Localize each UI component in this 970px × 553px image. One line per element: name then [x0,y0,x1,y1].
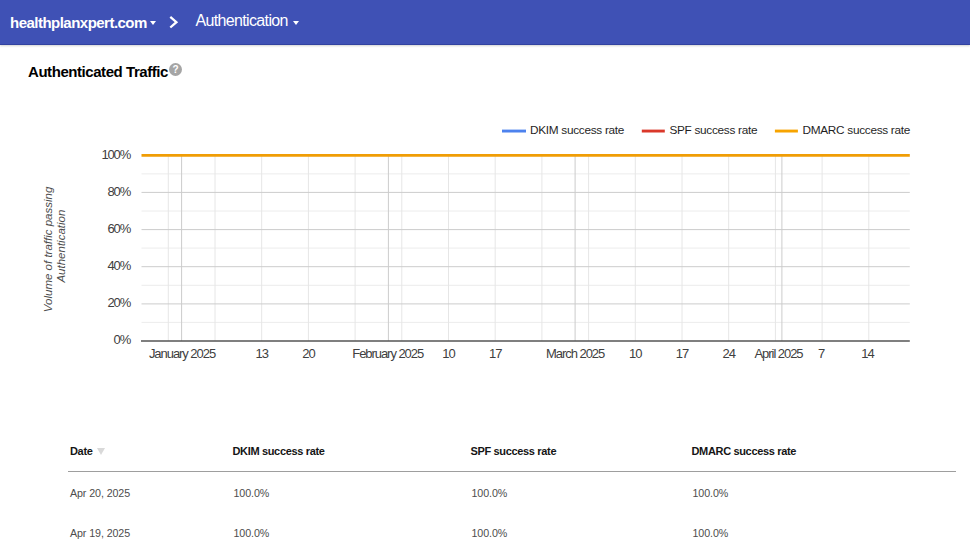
svg-text:40%: 40% [108,258,132,273]
svg-text:January 2025: January 2025 [149,346,216,361]
svg-text:DMARC success rate: DMARC success rate [803,123,911,137]
svg-text:17: 17 [489,346,502,361]
svg-text:10: 10 [629,346,642,361]
svg-text:SPF success rate: SPF success rate [669,123,758,137]
svg-text:10: 10 [442,346,455,361]
svg-text:17: 17 [676,346,689,361]
svg-text:14: 14 [861,346,874,361]
svg-text:7: 7 [818,346,825,361]
svg-text:13: 13 [256,346,269,361]
svg-text:Volume of traffic passing: Volume of traffic passing [42,186,54,312]
svg-text:20%: 20% [108,295,132,310]
svg-text:Authentication: Authentication [55,210,67,284]
svg-text:DKIM success rate: DKIM success rate [530,123,625,137]
svg-text:March 2025: March 2025 [546,346,605,361]
svg-text:0%: 0% [114,332,132,347]
svg-text:February 2025: February 2025 [352,346,424,361]
svg-text:20: 20 [302,346,315,361]
svg-text:80%: 80% [108,184,132,199]
svg-text:24: 24 [723,346,736,361]
svg-text:60%: 60% [108,221,132,236]
svg-text:April 2025: April 2025 [754,346,803,361]
svg-text:100%: 100% [102,147,132,162]
